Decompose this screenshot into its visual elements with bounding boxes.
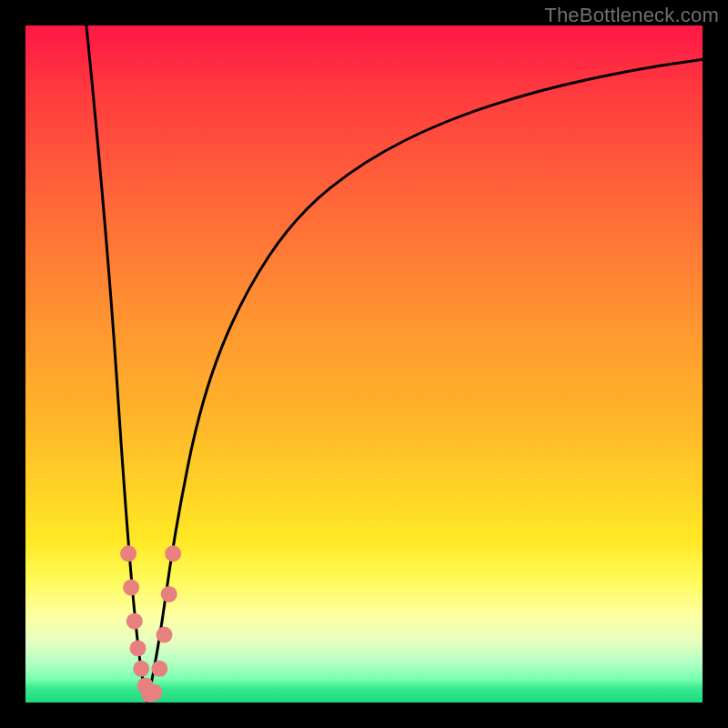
- marker-dot: [157, 627, 173, 643]
- watermark-text: TheBottleneck.com: [544, 4, 719, 27]
- chart-frame: TheBottleneck.com: [0, 0, 728, 728]
- marker-dot: [130, 640, 147, 656]
- plot-area: [25, 25, 703, 703]
- marker-dot: [165, 545, 181, 561]
- marker-dot: [161, 586, 177, 602]
- chart-svg: [25, 25, 703, 703]
- marker-dot: [146, 684, 162, 701]
- curve-group: [86, 25, 703, 703]
- marker-dot: [151, 661, 167, 677]
- left-branch-line: [86, 25, 147, 703]
- marker-dot: [120, 545, 136, 561]
- right-branch-line: [147, 59, 703, 703]
- marker-dot: [123, 580, 139, 596]
- marker-dot: [126, 613, 143, 630]
- marker-dot: [133, 661, 149, 677]
